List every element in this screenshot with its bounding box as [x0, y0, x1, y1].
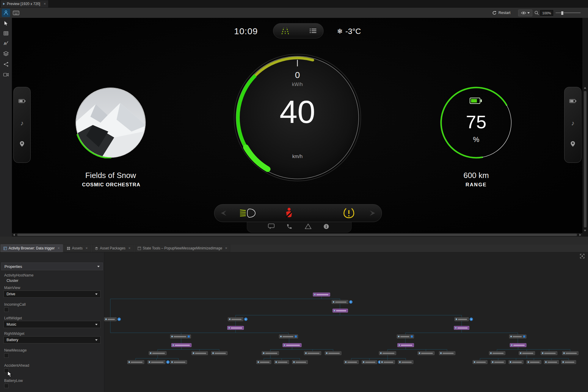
location-rail-icon[interactable]: [570, 141, 575, 147]
battery-percent-sign: %: [473, 135, 479, 144]
tab-label: Asset Packages: [100, 246, 126, 250]
carousel-left-arrow[interactable]: [220, 210, 226, 216]
left-widget-rail[interactable]: ♪: [13, 87, 31, 163]
location-rail-icon[interactable]: [20, 141, 24, 147]
properties-header-label: Properties: [4, 264, 22, 269]
dropdown-value: Music: [7, 322, 16, 327]
close-tab-icon[interactable]: ×: [44, 2, 46, 6]
scroll-up-icon[interactable]: [584, 87, 586, 89]
close-tab-icon[interactable]: ×: [128, 246, 131, 250]
scroll-left-icon[interactable]: [13, 234, 15, 236]
activity-browser-panel: Properties ActivityHostName Cluster Main…: [0, 252, 588, 392]
music-widget[interactable]: [75, 87, 146, 158]
headlight-indicator-icon: [239, 208, 256, 218]
menu-list-icon: [310, 28, 317, 33]
right-widget-rail[interactable]: ♪: [564, 87, 581, 163]
layers-icon: [3, 51, 9, 56]
outside-temperature: -3°C: [345, 27, 361, 36]
assets-icon: [67, 247, 70, 250]
message-tab-icon[interactable]: [268, 224, 275, 230]
pencil-icon: [6, 41, 8, 44]
select-tool-button[interactable]: [3, 20, 9, 26]
zoom-slider-thumb[interactable]: [561, 11, 564, 15]
power-value: 0: [295, 70, 300, 80]
property-label: IncomingCall: [4, 302, 26, 307]
fit-to-view-icon[interactable]: [580, 254, 584, 259]
lane-assist-icon: [280, 27, 291, 35]
interaction-tool-button[interactable]: [2, 9, 10, 17]
keyboard-tool-button[interactable]: [12, 9, 20, 17]
grid-tool-button[interactable]: [3, 30, 9, 36]
visibility-button[interactable]: [518, 10, 532, 16]
connections-tool-button[interactable]: [3, 61, 9, 67]
camera-icon: [3, 73, 9, 76]
vertical-scroll-thumb[interactable]: [584, 91, 587, 227]
dropdown-value: Battery: [7, 338, 18, 342]
cluster-mode-toggle[interactable]: [273, 23, 324, 38]
property-label: ActivityHostName: [4, 273, 34, 277]
preview-tab[interactable]: Preview [1920 x 720] ×: [1, 0, 48, 7]
chevron-down-icon: [95, 339, 98, 341]
battery-rail-icon[interactable]: [569, 99, 576, 103]
preview-vertical-scrollbar[interactable]: [582, 18, 588, 237]
info-tab-icon[interactable]: [323, 224, 329, 230]
newmessage-checkbox[interactable]: [4, 353, 9, 358]
warning-tab-icon[interactable]: [305, 224, 311, 230]
phone-tab-icon[interactable]: [286, 224, 292, 230]
property-label: AccidentAhead: [4, 363, 29, 368]
music-rail-icon[interactable]: ♪: [571, 119, 575, 127]
node-connection-icon: [4, 62, 9, 67]
battery-widget[interactable]: 75 %: [439, 85, 513, 160]
weather-widget: ❄ -3°C: [337, 27, 361, 36]
mouse-cursor: [7, 371, 13, 377]
close-tab-icon[interactable]: ×: [86, 246, 88, 250]
horizontal-scroll-thumb[interactable]: [17, 234, 577, 236]
preview-horizontal-scrollbar[interactable]: [12, 233, 582, 237]
tab-asset-packages[interactable]: Asset Packages ×: [92, 244, 134, 252]
layers-tool-button[interactable]: [3, 51, 9, 57]
text-edit-tool-button[interactable]: A: [3, 40, 9, 46]
scroll-right-icon[interactable]: [579, 234, 581, 236]
restart-icon: [492, 11, 497, 15]
battery-rail-icon[interactable]: [18, 99, 26, 103]
pane-splitter[interactable]: [0, 237, 588, 245]
restart-button[interactable]: Restart: [492, 9, 510, 16]
tab-assets[interactable]: Assets ×: [64, 244, 91, 252]
battery-percent: 75: [466, 111, 487, 132]
application-window: Preview [1920 x 720] × Restart: [0, 0, 588, 392]
close-tab-icon[interactable]: ×: [225, 246, 227, 250]
mainview-dropdown[interactable]: Drive: [4, 291, 101, 298]
carousel-right-arrow[interactable]: [370, 210, 376, 216]
tab-label: State Tools – PopupNewMessageMinimizedIm…: [143, 246, 222, 250]
speed-unit: km/h: [292, 154, 303, 159]
property-label: LeftWidget: [4, 316, 22, 320]
main-toolbar: Restart: [0, 8, 588, 18]
incomingcall-checkbox[interactable]: [4, 307, 9, 312]
interaction-tool-icon: [3, 10, 9, 15]
tab-state-tools[interactable]: State Tools – PopupNewMessageMinimizedIm…: [135, 244, 230, 252]
camera-tool-button[interactable]: [3, 72, 9, 78]
scroll-down-icon[interactable]: [584, 230, 586, 232]
property-label: RightWidget: [4, 332, 24, 336]
leftwidget-dropdown[interactable]: Music: [4, 321, 101, 328]
chevron-down-icon: [97, 266, 100, 267]
asset-packages-icon: [95, 247, 98, 250]
close-tab-icon[interactable]: ×: [58, 246, 60, 250]
side-tool-column: A: [0, 18, 12, 237]
zoom-magnifier-icon: [534, 11, 539, 15]
cluster-clock: 10:09: [234, 26, 258, 36]
tab-label: Activity Browser: Data trigger: [9, 246, 55, 250]
activity-browser-icon: [4, 247, 7, 250]
activity-host-value: Cluster: [7, 279, 18, 283]
properties-header[interactable]: Properties: [1, 263, 103, 270]
song-title: Fields of Snow: [85, 171, 136, 180]
music-rail-icon[interactable]: ♪: [21, 119, 24, 127]
keyboard-icon: [13, 11, 19, 15]
rightwidget-dropdown[interactable]: Battery: [4, 336, 101, 343]
batterylow-checkbox[interactable]: [4, 384, 9, 388]
zoom-slider[interactable]: [556, 13, 581, 13]
tire-pressure-warning-icon: [343, 208, 355, 218]
tab-activity-browser[interactable]: Activity Browser: Data trigger ×: [1, 244, 63, 252]
seatbelt-warning-icon: [285, 207, 294, 219]
zoom-level-input[interactable]: [540, 10, 553, 16]
